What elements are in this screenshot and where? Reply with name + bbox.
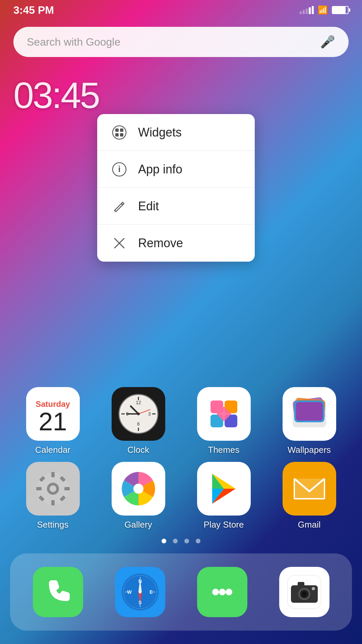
info-icon: i (111, 161, 128, 178)
menu-item-appinfo[interactable]: i App info (97, 151, 255, 188)
svg-text:i: i (118, 164, 120, 174)
menu-label-edit: Edit (138, 199, 159, 213)
edit-icon (111, 198, 128, 215)
menu-label-appinfo: App info (138, 162, 182, 176)
context-menu-backdrop[interactable] (0, 0, 362, 644)
context-menu: Widgets i App info Edit (97, 114, 255, 262)
menu-item-widgets[interactable]: Widgets (97, 114, 255, 151)
svg-point-0 (113, 126, 126, 139)
widgets-icon (111, 124, 128, 141)
menu-label-widgets: Widgets (138, 125, 182, 140)
menu-item-edit[interactable]: Edit (97, 188, 255, 225)
remove-icon (111, 234, 128, 252)
menu-label-remove: Remove (138, 236, 183, 250)
svg-rect-3 (115, 133, 119, 137)
svg-rect-1 (115, 128, 119, 132)
svg-rect-2 (120, 128, 123, 132)
menu-item-remove[interactable]: Remove (97, 225, 255, 262)
svg-rect-4 (120, 133, 123, 137)
